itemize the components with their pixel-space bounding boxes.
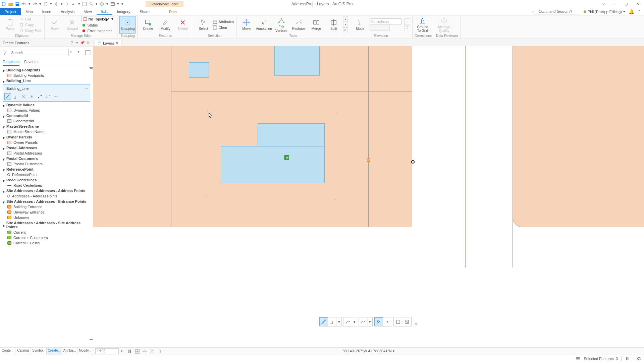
template-item[interactable]: Dynamic Values [0, 108, 93, 113]
parcel-feature[interactable] [513, 46, 644, 227]
tab-analysis[interactable]: Analysis [56, 8, 79, 15]
topology-combo[interactable]: No Topology▾ [82, 16, 115, 22]
template-item[interactable]: Road Centerlines [0, 183, 93, 188]
modify-features-button[interactable]: Modify [157, 16, 173, 34]
template-group-header[interactable]: ▾Site Addresses : Addresses - Entrance P… [0, 199, 93, 204]
command-search-input[interactable] [533, 9, 580, 14]
gallery-more-icon[interactable]: ⊟ [343, 27, 348, 33]
scale-combo[interactable] [95, 348, 119, 354]
map-canvas[interactable]: ▾ ▾ ▾ [93, 46, 644, 341]
new-project-icon[interactable] [1, 1, 7, 7]
help-icon[interactable]: ? [598, 1, 608, 7]
pane-options-icon[interactable]: ▾ [75, 41, 79, 45]
tool-dropdown-icon[interactable]: ▾ [337, 317, 341, 326]
pane-pin-icon[interactable]: 📌 [80, 41, 85, 45]
paste-button[interactable]: Paste [2, 16, 18, 34]
coordinates-display[interactable]: 88.1431267°W 41.7883041°N ▾ [342, 349, 394, 353]
template-item[interactable]: Postal Customers [0, 161, 93, 167]
cancel-sketch-icon[interactable] [402, 317, 411, 326]
refresh-icon[interactable] [637, 356, 641, 361]
tab-imagery[interactable]: Imagery [112, 8, 135, 15]
stream-tool-icon[interactable] [53, 93, 59, 100]
address-point[interactable] [207, 110, 208, 111]
move-tool-button[interactable]: Move [238, 16, 255, 34]
vertex-select-icon[interactable] [374, 317, 383, 326]
tab-share[interactable]: Share [135, 8, 154, 15]
elevation-value[interactable] [370, 25, 390, 31]
address-point[interactable] [336, 112, 337, 113]
subtab-templates[interactable]: Templates [3, 58, 19, 66]
line-tool-icon[interactable] [319, 317, 328, 326]
template-group-header[interactable]: ▾Owner Parcels [0, 134, 93, 140]
tab-data[interactable]: Data [164, 8, 181, 15]
search-go-icon[interactable]: ⌕ [70, 50, 76, 56]
forward-icon[interactable] [64, 1, 70, 7]
corrections-icon[interactable] [149, 349, 155, 354]
pane-help-icon[interactable]: ? [69, 41, 74, 45]
undo-icon[interactable] [21, 1, 27, 7]
building-feature[interactable] [221, 146, 325, 183]
site-address-point[interactable] [284, 155, 289, 160]
tools-gallery-arrows[interactable]: ▴▾⊟ [343, 16, 348, 33]
template-group-header[interactable]: ▾Dynamic Values [0, 102, 93, 108]
delete-features-button[interactable]: Delete [175, 16, 191, 34]
pane-bottom-tab[interactable]: Attribu... [62, 348, 77, 355]
template-item[interactable]: ReferencePoint [0, 172, 93, 177]
surfaces-combo[interactable] [370, 18, 401, 24]
status-pause-icon[interactable] [625, 356, 630, 361]
dynamic-constraints-icon[interactable] [157, 349, 162, 354]
elev-btn-get[interactable]: ↧ [404, 25, 410, 31]
arc-dropdown-icon[interactable]: ▾ [352, 317, 357, 326]
scale-dropdown-icon[interactable]: ▾ [121, 349, 123, 353]
qa-search-icon[interactable] [89, 1, 94, 7]
template-group-header[interactable]: ▾Site Addresses : Addresses - Site Addre… [0, 220, 93, 230]
template-item[interactable]: Unknown [0, 215, 93, 220]
radial-tool-icon[interactable] [29, 93, 35, 100]
constraints-icon[interactable] [142, 349, 147, 354]
template-group-header[interactable]: ▾ReferencePoint [0, 167, 93, 172]
tab-insert[interactable]: Insert [38, 8, 56, 15]
redo-dropdown-icon[interactable]: ▾ [39, 1, 42, 7]
create-features-button[interactable]: Create [140, 16, 156, 34]
template-group-header[interactable]: ▾Building_Line [0, 78, 93, 83]
pane-close-icon[interactable]: ✕ [86, 41, 90, 45]
trace-tool-icon[interactable] [45, 93, 51, 100]
qa-explore-icon[interactable] [99, 1, 105, 7]
template-group-header[interactable]: ▾Postal Customers [0, 156, 93, 161]
building-feature[interactable] [189, 62, 209, 78]
template-list[interactable]: ▾Building FootprintsBuilding Footprints▾… [0, 66, 93, 342]
snapping-button[interactable]: Snapping [119, 16, 136, 34]
save-project-icon[interactable] [15, 1, 20, 7]
template-group-header[interactable]: ▾Road Centerlines [0, 177, 93, 183]
template-item[interactable]: MasterStreetName [0, 129, 93, 134]
tab-map[interactable]: Map [21, 8, 37, 15]
pane-bottom-tab[interactable]: Modify... [77, 348, 93, 355]
qa-search-dropdown-icon[interactable]: ▾ [95, 1, 98, 7]
split-tool-button[interactable]: Split [326, 16, 342, 34]
qa-addin-icon[interactable]: A [71, 1, 76, 7]
clear-selection-button[interactable]: Clear [213, 25, 234, 30]
template-item[interactable]: Building Entrance [0, 204, 93, 209]
status-button[interactable]: Status [82, 22, 115, 28]
gallery-up-icon[interactable]: ▴ [343, 16, 348, 22]
merge-tool-button[interactable]: Merge [308, 16, 324, 34]
template-group-header[interactable]: ▾MasterStreetName [0, 124, 93, 129]
entrance-point[interactable] [367, 159, 370, 162]
pane-bottom-tab[interactable]: Catalog [15, 348, 31, 355]
pane-bottom-tab[interactable]: Conte... [0, 348, 15, 355]
edit-vertices-button[interactable]: Edit Vertices [273, 16, 289, 34]
user-menu[interactable]: Phil (ProApp Editing) ▾ [584, 9, 625, 14]
pane-bottom-tab[interactable]: Create... [47, 348, 62, 355]
redo-icon[interactable] [32, 1, 38, 7]
back-icon[interactable] [54, 1, 59, 7]
qa-zoom-extent-icon[interactable] [82, 1, 87, 7]
attributes-button[interactable]: Attributes [213, 19, 234, 24]
annotation-tool-button[interactable]: AAnnotation [256, 16, 272, 34]
cut-button[interactable]: Cut [19, 16, 42, 22]
template-item[interactable]: Current + Postal [0, 240, 93, 246]
qa-table-dropdown-icon[interactable]: ▾ [117, 1, 119, 7]
coords-dropdown-icon[interactable]: ▾ [393, 349, 395, 353]
open-project-icon[interactable] [8, 1, 13, 7]
right-angle-tool-icon[interactable] [12, 93, 19, 100]
template-item[interactable]: Driveway Entrance [0, 209, 93, 215]
